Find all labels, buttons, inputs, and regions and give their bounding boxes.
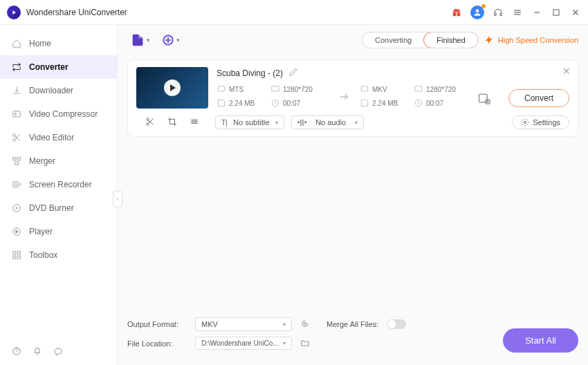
svg-point-0 [476,9,479,12]
window-maximize-button[interactable] [551,7,562,18]
converter-icon [11,62,22,73]
sidebar-item-label: Video Editor [29,133,74,142]
sidebar-item-label: Downloader [29,86,73,95]
add-file-button[interactable]: + ▾ [127,30,153,50]
sidebar-item-label: Screen Recorder [29,180,92,189]
source-duration: 00:07 [270,98,319,108]
file-title: Scuba Diving - (2) [217,68,283,78]
dest-format: MKV [360,84,408,94]
sidebar-item-compressor[interactable]: Video Compressor [0,102,117,126]
titlebar: Wondershare UniConverter [0,0,588,25]
svg-rect-31 [272,86,279,91]
output-settings-icon[interactable] [477,91,491,107]
source-size: 2.24 MB [217,98,265,108]
svg-rect-17 [15,162,19,165]
svg-rect-24 [17,252,20,254]
sidebar-item-toolbox[interactable]: Toolbox [0,243,117,267]
open-folder-icon[interactable] [300,338,310,349]
convert-button[interactable]: Convert [508,89,569,107]
app-logo [7,6,21,19]
video-thumbnail[interactable] [136,67,208,109]
user-avatar[interactable] [470,6,484,19]
svg-rect-26 [17,256,20,259]
grid-icon [11,250,22,261]
sidebar-item-merger[interactable]: Merger [0,149,117,173]
sidebar-item-home[interactable]: Home [0,32,117,55]
svg-text:+: + [139,39,143,47]
svg-rect-2 [500,13,502,16]
sidebar-item-label: DVD Burner [29,203,74,213]
hamburger-menu-icon[interactable] [512,7,523,18]
svg-rect-33 [361,86,367,91]
sidebar-item-converter[interactable]: Converter [0,55,117,79]
sidebar-item-label: Converter [29,62,68,72]
status-tabs: Converting Finished [362,32,479,48]
source-resolution: 1280*720 [270,84,319,94]
tab-finished[interactable]: Finished [423,32,479,48]
sidebar-item-label: Merger [29,156,55,166]
output-format-select[interactable]: MKV▾ [195,317,292,331]
feedback-icon[interactable] [53,346,64,357]
help-icon[interactable] [11,346,22,357]
home-icon [11,38,22,49]
svg-point-19 [15,183,17,186]
svg-point-46 [304,322,306,325]
merge-label: Merge All Files: [327,320,378,328]
tab-converting[interactable]: Converting [362,32,424,48]
add-url-button[interactable]: ▾ [158,30,183,50]
sidebar-item-label: Player [29,227,53,236]
more-icon[interactable] [190,117,199,129]
window-minimize-button[interactable] [531,7,542,18]
svg-rect-1 [495,13,496,16]
file-card: ✕ Scuba Diving - (2) MTS 1280*720 [127,59,578,137]
svg-rect-30 [218,86,224,91]
gift-icon[interactable] [451,7,462,18]
svg-point-45 [524,122,526,124]
start-all-button[interactable]: Start All [503,328,578,353]
sidebar-item-editor[interactable]: Video Editor [0,126,117,149]
sidebar-collapse-button[interactable]: ‹ [113,191,122,207]
play-overlay-icon [164,79,181,96]
sidebar-item-player[interactable]: Player [0,220,117,243]
sidebar: Home Converter Downloader Video Compress… [0,25,118,365]
edit-title-icon[interactable] [288,67,298,79]
svg-point-20 [13,205,21,212]
high-speed-label: High Speed Conversion [498,36,578,44]
format-settings-icon[interactable] [300,319,310,330]
close-icon[interactable]: ✕ [562,66,571,77]
svg-rect-23 [13,252,16,254]
high-speed-toggle[interactable]: High Speed Conversion [484,35,578,45]
merger-icon [11,156,22,167]
content-area: + ▾ ▾ Converting Finished High Speed Con… [118,25,588,365]
compressor-icon [11,109,22,120]
headset-icon[interactable] [493,7,504,18]
merge-toggle[interactable] [387,319,406,329]
settings-button[interactable]: Settings [512,115,569,129]
subtitle-select[interactable]: T|No subtitle▾ [215,115,284,129]
app-title: Wondershare UniConverter [26,8,451,17]
svg-rect-34 [415,86,423,91]
window-close-button[interactable] [570,7,581,18]
output-format-label: Output Format: [127,320,187,328]
bell-icon[interactable] [32,346,43,357]
svg-rect-25 [13,256,16,259]
file-location-label: File Location: [127,339,187,348]
disc-icon [11,203,22,214]
sidebar-item-label: Home [29,39,51,48]
svg-rect-7 [553,9,559,15]
sidebar-item-dvd[interactable]: DVD Burner [0,196,117,220]
svg-rect-15 [13,158,16,160]
scissors-icon [11,132,22,143]
sidebar-item-downloader[interactable]: Downloader [0,79,117,102]
trim-icon[interactable] [145,117,155,129]
dest-size: 2.24 MB [360,98,408,108]
sidebar-item-recorder[interactable]: Screen Recorder [0,173,117,196]
play-icon [11,226,22,237]
audio-select[interactable]: •|||•No audio▾ [291,115,364,129]
recorder-icon [11,179,22,190]
crop-icon[interactable] [167,117,177,129]
svg-point-21 [16,207,17,209]
dest-duration: 00:07 [414,98,462,108]
arrow-icon: ➔ [340,90,349,103]
file-location-select[interactable]: D:\Wondershare UniConverter▾ [195,337,292,350]
